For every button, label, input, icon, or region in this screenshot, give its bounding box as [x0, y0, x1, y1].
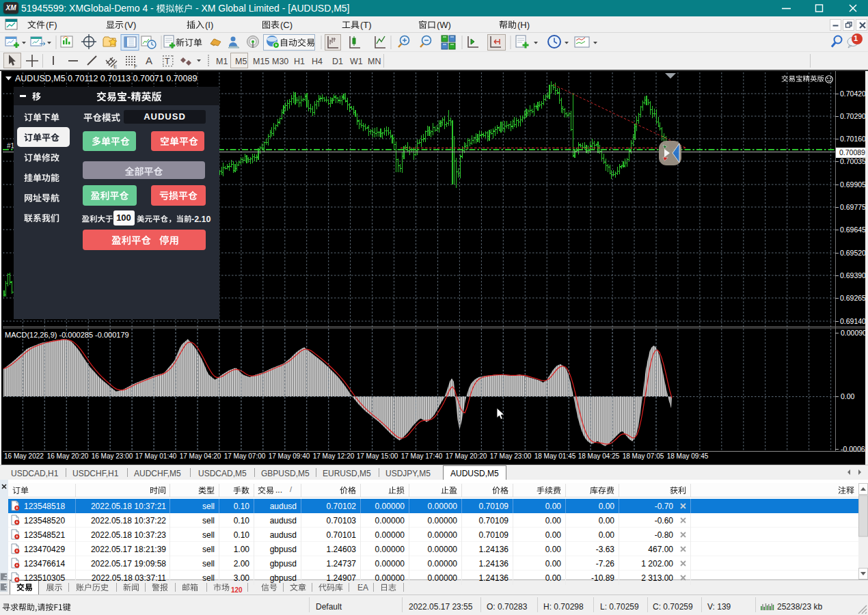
svg-text:18 May 09:45: 18 May 09:45 — [667, 452, 709, 460]
svg-text:A: A — [146, 55, 152, 66]
svg-text:0.70035: 0.70035 — [840, 157, 865, 165]
svg-text:0.69645: 0.69645 — [840, 226, 865, 234]
svg-text:17 May 12:20: 17 May 12:20 — [313, 452, 355, 460]
svg-text:17 May 09:40: 17 May 09:40 — [269, 452, 310, 460]
svg-text:18 May 07:05: 18 May 07:05 — [623, 452, 664, 460]
svg-text:0.70290: 0.70290 — [840, 112, 865, 120]
svg-text:0.69140: 0.69140 — [840, 317, 865, 325]
svg-text:-0.000694: -0.000694 — [841, 445, 865, 453]
svg-text:T: T — [165, 57, 170, 66]
svg-text:17 May 17:40: 17 May 17:40 — [401, 452, 443, 460]
svg-text:18 May 04:25: 18 May 04:25 — [578, 452, 620, 460]
svg-text:0.69265: 0.69265 — [840, 294, 865, 302]
svg-text:E: E — [113, 64, 117, 70]
svg-text:0.70420: 0.70420 — [840, 90, 865, 98]
svg-text:17 May 04:20: 17 May 04:20 — [180, 452, 221, 460]
svg-text:0.000906: 0.000906 — [841, 329, 865, 337]
svg-text:16 May 20:20: 16 May 20:20 — [47, 452, 89, 460]
svg-text:AUDUSD,M5 0.70112 0.70113 0.7: AUDUSD,M5 0.70112 0.70113 0.70071 0.7008… — [15, 74, 197, 83]
svg-text:0.69775: 0.69775 — [840, 203, 865, 211]
svg-text:17 May 23:00: 17 May 23:00 — [490, 452, 532, 460]
svg-text:0.70160: 0.70160 — [840, 135, 865, 143]
svg-text:F: F — [134, 64, 137, 70]
svg-text:17 May 01:40: 17 May 01:40 — [135, 452, 177, 460]
svg-text:16 May 23:00: 16 May 23:00 — [92, 452, 133, 460]
svg-text:0.69520: 0.69520 — [840, 249, 865, 257]
svg-text:0.69905: 0.69905 — [840, 180, 865, 189]
svg-text:16 May 2022: 16 May 2022 — [4, 452, 44, 460]
svg-text:17 May 20:20: 17 May 20:20 — [446, 452, 487, 460]
svg-text:MACD(12,26,9) -0.000285 -0.000: MACD(12,26,9) -0.000285 -0.000179 — [5, 331, 129, 339]
svg-text:0.69390: 0.69390 — [840, 271, 865, 279]
svg-text:0.70089: 0.70089 — [839, 148, 865, 156]
svg-text:17 May 15:00: 17 May 15:00 — [357, 452, 398, 460]
svg-text:18 May 01:45: 18 May 01:45 — [534, 452, 576, 460]
svg-text:0.00: 0.00 — [841, 392, 855, 400]
svg-text:17 May 07:00: 17 May 07:00 — [224, 452, 266, 460]
